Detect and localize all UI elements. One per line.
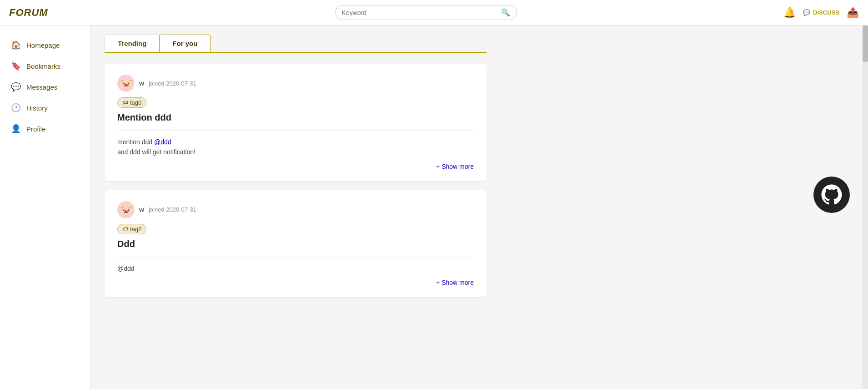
content-text-1: mention ddd bbox=[117, 138, 154, 146]
tabs: Trending For you bbox=[105, 35, 487, 53]
exit-icon[interactable]: 📤 bbox=[847, 7, 859, 19]
sidebar-item-history[interactable]: 🕐 History bbox=[0, 97, 90, 118]
post-content-2: @ddd bbox=[117, 263, 474, 273]
notification-icon[interactable]: 🔔 bbox=[783, 7, 796, 19]
header-right: 🔔 💬 DISCUSS 📤 bbox=[783, 7, 859, 19]
header: FORUM 🔍 🔔 💬 DISCUSS 📤 bbox=[0, 0, 868, 25]
user-letter-2: w bbox=[139, 206, 144, 213]
scrollbar-track bbox=[863, 25, 868, 389]
post-meta-2: 🐷 w joined 2020-07-31 bbox=[117, 201, 474, 218]
post-meta-1: 🐷 w joined 2020-07-31 bbox=[117, 75, 474, 92]
avatar-2: 🐷 bbox=[117, 201, 135, 218]
divider-2 bbox=[117, 257, 474, 257]
profile-icon: 👤 bbox=[11, 124, 21, 134]
discuss-button[interactable]: 💬 DISCUSS bbox=[803, 9, 839, 16]
tag-icon-1: 🏷 bbox=[122, 99, 128, 106]
avatar-emoji-1: 🐷 bbox=[120, 77, 132, 89]
post-title-2: Ddd bbox=[117, 239, 474, 249]
show-more-button-2[interactable]: + Show more bbox=[436, 279, 474, 286]
github-corner bbox=[813, 177, 850, 213]
sidebar: 🏠 Homepage 🔖 Bookmarks 💬 Messages 🕐 Hist… bbox=[0, 25, 91, 389]
show-more-row-2: + Show more bbox=[117, 279, 474, 286]
divider-1 bbox=[117, 130, 474, 131]
main-content: Trending For you 🐷 w joined 2020-07-31 🏷… bbox=[91, 25, 500, 389]
show-more-row-1: + Show more bbox=[117, 163, 474, 170]
logo: FORUM bbox=[9, 7, 68, 19]
search-input[interactable] bbox=[342, 9, 497, 16]
tag-badge-2[interactable]: 🏷 tag2 bbox=[117, 224, 146, 234]
sidebar-item-label: Bookmarks bbox=[26, 62, 60, 70]
tab-trending[interactable]: Trending bbox=[105, 35, 160, 52]
mention-link-1[interactable]: @ddd bbox=[154, 138, 171, 146]
discuss-label: DISCUSS bbox=[813, 9, 839, 16]
tab-for-you[interactable]: For you bbox=[159, 35, 211, 52]
sidebar-item-bookmarks[interactable]: 🔖 Bookmarks bbox=[0, 56, 90, 76]
tag-label-2: tag2 bbox=[130, 226, 141, 232]
sidebar-item-label: History bbox=[26, 104, 48, 112]
post-card-2: 🐷 w joined 2020-07-31 🏷 tag2 Ddd @ddd + … bbox=[105, 190, 487, 297]
avatar-1: 🐷 bbox=[117, 75, 135, 92]
post-content-1: mention ddd @ddd and ddd will get notifi… bbox=[117, 137, 474, 157]
search-container: 🔍 bbox=[82, 5, 770, 20]
tag-badge-1[interactable]: 🏷 tag0 bbox=[117, 97, 146, 108]
sidebar-item-label: Messages bbox=[26, 83, 57, 91]
content-text-2: and ddd will get notification! bbox=[117, 148, 196, 156]
sidebar-item-homepage[interactable]: 🏠 Homepage bbox=[0, 35, 90, 56]
avatar-emoji-2: 🐷 bbox=[120, 204, 132, 216]
discuss-icon: 💬 bbox=[803, 9, 810, 16]
sidebar-item-label: Profile bbox=[26, 125, 46, 133]
search-icon: 🔍 bbox=[501, 8, 510, 17]
tag-icon-2: 🏷 bbox=[122, 226, 128, 232]
history-icon: 🕐 bbox=[11, 103, 21, 113]
tag-label-1: tag0 bbox=[130, 99, 141, 106]
scrollbar-thumb[interactable] bbox=[863, 25, 868, 62]
sidebar-item-profile[interactable]: 👤 Profile bbox=[0, 118, 90, 139]
content-mention-2: @ddd bbox=[117, 265, 135, 272]
post-card-1: 🐷 w joined 2020-07-31 🏷 tag0 Mention ddd… bbox=[105, 64, 487, 181]
show-more-button-1[interactable]: + Show more bbox=[436, 163, 474, 170]
sidebar-item-label: Homepage bbox=[26, 41, 60, 49]
home-icon: 🏠 bbox=[11, 40, 21, 50]
join-date-1: joined 2020-07-31 bbox=[149, 80, 196, 87]
sidebar-item-messages[interactable]: 💬 Messages bbox=[0, 76, 90, 97]
search-box: 🔍 bbox=[335, 5, 517, 20]
user-letter-1: w bbox=[139, 80, 144, 87]
message-icon: 💬 bbox=[11, 82, 21, 92]
github-icon bbox=[820, 183, 843, 206]
join-date-2: joined 2020-07-31 bbox=[149, 206, 196, 213]
post-title-1: Mention ddd bbox=[117, 112, 474, 123]
bookmark-icon: 🔖 bbox=[11, 61, 21, 71]
